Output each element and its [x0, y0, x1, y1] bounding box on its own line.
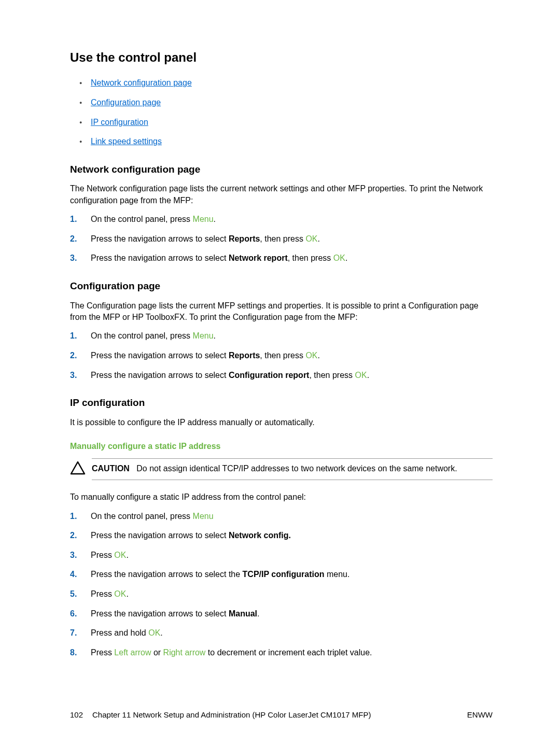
step-item: Press the navigation arrows to select Ne…: [70, 530, 493, 541]
list-item: IP configuration: [70, 117, 493, 128]
step-item: Press the navigation arrows to select Ma…: [70, 608, 493, 620]
page-title: Use the control panel: [70, 49, 493, 66]
ok-label: OK: [355, 371, 367, 379]
ok-label: OK: [333, 254, 345, 262]
caution-icon: [70, 461, 86, 475]
link-network-config[interactable]: Network configuration page: [91, 78, 192, 87]
left-arrow-label: Left arrow: [114, 648, 151, 657]
ok-label: OK: [305, 234, 317, 243]
right-arrow-label: Right arrow: [163, 648, 206, 657]
menu-label: Menu: [193, 512, 214, 521]
step-item: Press the navigation arrows to select Re…: [70, 233, 493, 245]
heading-configuration: Configuration page: [70, 279, 493, 293]
step-item: Press the navigation arrows to select Co…: [70, 370, 493, 381]
ok-label: OK: [114, 551, 126, 559]
step-item: On the control panel, press Menu: [70, 511, 493, 522]
steps-list: On the control panel, press Menu Press t…: [70, 511, 493, 658]
list-item: Network configuration page: [70, 77, 493, 89]
paragraph: The Configuration page lists the current…: [70, 300, 493, 324]
step-item: Press and hold OK.: [70, 627, 493, 639]
link-link-speed[interactable]: Link speed settings: [91, 137, 162, 146]
step-item: Press OK.: [70, 550, 493, 561]
step-item: Press the navigation arrows to select Re…: [70, 350, 493, 361]
ok-label: OK: [148, 628, 160, 637]
heading-ip-config: IP configuration: [70, 396, 493, 410]
ok-label: OK: [114, 589, 126, 598]
ok-label: OK: [305, 351, 317, 360]
steps-list: On the control panel, press Menu. Press …: [70, 330, 493, 381]
step-item: On the control panel, press Menu.: [70, 214, 493, 225]
step-item: Press Left arrow or Right arrow to decre…: [70, 647, 493, 658]
menu-label: Menu: [193, 215, 214, 223]
step-item: Press the navigation arrows to select th…: [70, 569, 493, 580]
caution-label: CAUTION: [92, 464, 130, 473]
step-item: Press the navigation arrows to select Ne…: [70, 252, 493, 264]
paragraph: It is possible to configure the IP addre…: [70, 417, 493, 428]
step-item: Press OK.: [70, 588, 493, 600]
paragraph: To manually configure a static IP addres…: [70, 491, 493, 503]
step-item: On the control panel, press Menu.: [70, 330, 493, 342]
list-item: Configuration page: [70, 97, 493, 108]
link-ip-config[interactable]: IP configuration: [91, 118, 148, 126]
caution-text: Do not assign identical TCP/IP addresses…: [136, 464, 457, 473]
steps-list: On the control panel, press Menu. Press …: [70, 214, 493, 264]
link-configuration[interactable]: Configuration page: [91, 98, 161, 107]
list-item: Link speed settings: [70, 136, 493, 147]
paragraph: The Network configuration page lists the…: [70, 183, 493, 206]
heading-network-config: Network configuration page: [70, 163, 493, 176]
caution-box: CAUTION Do not assign identical TCP/IP a…: [92, 458, 493, 480]
toc-links: Network configuration page Configuration…: [70, 77, 493, 147]
menu-label: Menu: [193, 331, 214, 340]
subheading-manual-ip: Manually configure a static IP address: [70, 441, 493, 452]
